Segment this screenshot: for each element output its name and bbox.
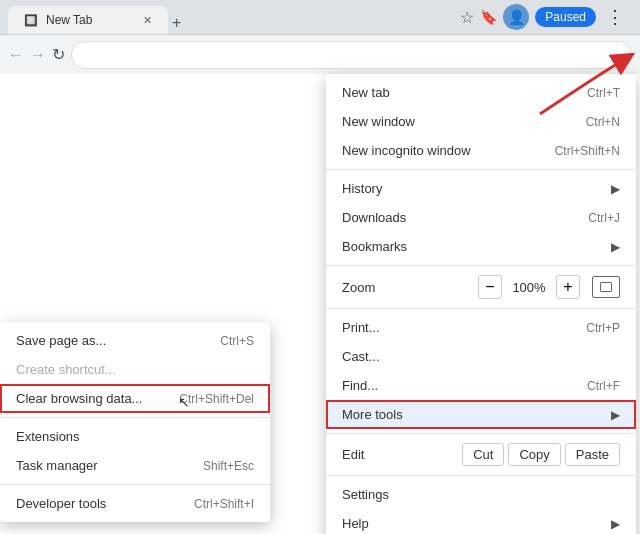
page-content: Save page as... Ctrl+S Create shortcut..… — [0, 74, 640, 534]
bookmarks-label: Bookmarks — [342, 239, 611, 254]
copy-button[interactable]: Copy — [508, 443, 560, 466]
menu-item-help[interactable]: Help ▶ — [326, 509, 636, 534]
profile-area: ☆ 🔖 👤 Paused ⋮ — [460, 4, 628, 30]
menu-dots-button[interactable]: ⋮ — [602, 6, 628, 28]
sidebar-item-clear-browsing[interactable]: Clear browsing data... Ctrl+Shift+Del — [0, 384, 270, 413]
extensions-label: Extensions — [16, 429, 254, 444]
omnibox-input[interactable] — [71, 41, 632, 69]
tab-close-icon[interactable]: ✕ — [143, 14, 152, 27]
paused-button[interactable]: Paused — [535, 7, 596, 27]
downloads-label: Downloads — [342, 210, 588, 225]
new-incognito-shortcut: Ctrl+Shift+N — [555, 144, 620, 158]
menu-item-downloads[interactable]: Downloads Ctrl+J — [326, 203, 636, 232]
edit-row: Edit Cut Copy Paste — [326, 438, 636, 471]
zoom-minus-button[interactable]: − — [478, 275, 502, 299]
menu-item-new-incognito[interactable]: New incognito window Ctrl+Shift+N — [326, 136, 636, 165]
new-tab-button[interactable]: + — [172, 14, 181, 32]
more-tools-arrow: ▶ — [611, 408, 620, 422]
clear-browsing-shortcut: Ctrl+Shift+Del — [179, 392, 254, 406]
forward-button[interactable]: → — [30, 46, 46, 64]
reload-button[interactable]: ↻ — [52, 45, 65, 64]
menu-item-settings[interactable]: Settings — [326, 480, 636, 509]
clear-browsing-label: Clear browsing data... — [16, 391, 179, 406]
history-arrow: ▶ — [611, 182, 620, 196]
fullscreen-icon — [600, 282, 612, 292]
back-button[interactable]: ← — [8, 46, 24, 64]
sub-menu: Save page as... Ctrl+S Create shortcut..… — [0, 322, 270, 522]
new-window-label: New window — [342, 114, 586, 129]
zoom-label: Zoom — [342, 280, 470, 295]
menu-item-find[interactable]: Find... Ctrl+F — [326, 371, 636, 400]
new-incognito-label: New incognito window — [342, 143, 555, 158]
new-tab-shortcut: Ctrl+T — [587, 86, 620, 100]
menu-item-new-window[interactable]: New window Ctrl+N — [326, 107, 636, 136]
zoom-row: Zoom − 100% + — [326, 270, 636, 304]
sidebar-item-create-shortcut[interactable]: Create shortcut... — [0, 355, 270, 384]
settings-label: Settings — [342, 487, 620, 502]
more-tools-label: More tools — [342, 407, 611, 422]
menu-item-print[interactable]: Print... Ctrl+P — [326, 313, 636, 342]
sidebar-item-developer-tools[interactable]: Developer tools Ctrl+Shift+I — [0, 489, 270, 518]
bookmark-icon[interactable]: 🔖 — [480, 9, 497, 25]
menu-divider-5 — [326, 475, 636, 476]
profile-avatar[interactable]: 👤 — [503, 4, 529, 30]
find-shortcut: Ctrl+F — [587, 379, 620, 393]
print-label: Print... — [342, 320, 586, 335]
menu-item-more-tools[interactable]: More tools ▶ — [326, 400, 636, 429]
developer-tools-label: Developer tools — [16, 496, 194, 511]
active-tab[interactable]: 🔲 New Tab ✕ — [8, 6, 168, 34]
task-manager-label: Task manager — [16, 458, 203, 473]
create-shortcut-label: Create shortcut... — [16, 362, 254, 377]
sidebar-item-extensions[interactable]: Extensions — [0, 422, 270, 451]
save-page-shortcut: Ctrl+S — [220, 334, 254, 348]
tab-icon: 🔲 — [24, 14, 38, 27]
menu-divider-2a — [326, 265, 636, 266]
developer-tools-shortcut: Ctrl+Shift+I — [194, 497, 254, 511]
zoom-plus-button[interactable]: + — [556, 275, 580, 299]
paste-button[interactable]: Paste — [565, 443, 620, 466]
star-icon[interactable]: ☆ — [460, 8, 474, 27]
tab-title: New Tab — [46, 13, 92, 27]
browser-frame: 🔲 New Tab ✕ + ☆ 🔖 👤 Paused ⋮ ← → ↻ — [0, 0, 640, 534]
help-label: Help — [342, 516, 611, 531]
new-tab-label: New tab — [342, 85, 587, 100]
cut-button[interactable]: Cut — [462, 443, 504, 466]
task-manager-shortcut: Shift+Esc — [203, 459, 254, 473]
zoom-fullscreen-button[interactable] — [592, 276, 620, 298]
paused-label: Paused — [545, 10, 586, 24]
menu-divider-2 — [0, 484, 270, 485]
tab-bar: 🔲 New Tab ✕ + ☆ 🔖 👤 Paused ⋮ — [0, 0, 640, 34]
menu-divider — [0, 417, 270, 418]
bookmarks-arrow: ▶ — [611, 240, 620, 254]
print-shortcut: Ctrl+P — [586, 321, 620, 335]
edit-label: Edit — [342, 447, 458, 462]
menu-item-bookmarks[interactable]: Bookmarks ▶ — [326, 232, 636, 261]
cursor-indicator: ↖ — [178, 394, 190, 410]
menu-item-new-tab[interactable]: New tab Ctrl+T — [326, 78, 636, 107]
find-label: Find... — [342, 378, 587, 393]
history-label: History — [342, 181, 611, 196]
sidebar-item-task-manager[interactable]: Task manager Shift+Esc — [0, 451, 270, 480]
sidebar-item-save-page[interactable]: Save page as... Ctrl+S — [0, 326, 270, 355]
save-page-label: Save page as... — [16, 333, 220, 348]
omnibox-bar: ← → ↻ — [0, 34, 640, 74]
cast-label: Cast... — [342, 349, 620, 364]
menu-divider-1 — [326, 169, 636, 170]
zoom-value: 100% — [510, 280, 548, 295]
help-arrow: ▶ — [611, 517, 620, 531]
new-window-shortcut: Ctrl+N — [586, 115, 620, 129]
menu-divider-4 — [326, 433, 636, 434]
chrome-menu: New tab Ctrl+T New window Ctrl+N New inc… — [326, 74, 636, 534]
menu-divider-3 — [326, 308, 636, 309]
menu-item-history[interactable]: History ▶ — [326, 174, 636, 203]
downloads-shortcut: Ctrl+J — [588, 211, 620, 225]
menu-item-cast[interactable]: Cast... — [326, 342, 636, 371]
